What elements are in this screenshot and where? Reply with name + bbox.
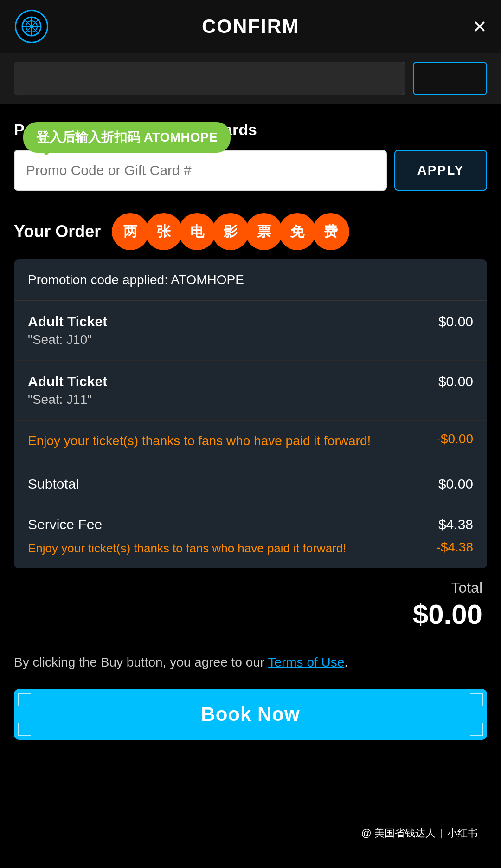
watermark-divider bbox=[441, 829, 442, 838]
watermark-account: @ 美国省钱达人 bbox=[361, 826, 436, 840]
service-fee-discount-row: Enjoy your ticket(s) thanks to fans who … bbox=[28, 540, 473, 557]
ticket-1-name: Adult Ticket bbox=[28, 314, 107, 330]
terms-section: By clicking the Buy button, you agree to… bbox=[0, 641, 501, 680]
promo-section: Promo Codes & Atom Gift Cards 登入后输入折扣码 A… bbox=[0, 104, 501, 202]
ticket-discount-text: Enjoy your ticket(s) thanks to fans who … bbox=[28, 432, 437, 450]
free-circle-5: 票 bbox=[245, 213, 283, 250]
header: CONFIRM × bbox=[0, 0, 501, 53]
service-fee-label: Service Fee bbox=[28, 517, 102, 532]
watermark-platform: 小红书 bbox=[447, 826, 478, 840]
terms-text: By clicking the Buy button, you agree to… bbox=[14, 653, 487, 672]
service-fee-discount-text: Enjoy your ticket(s) thanks to fans who … bbox=[28, 540, 437, 557]
terms-text-after: . bbox=[344, 655, 348, 669]
free-badge: 两 张 电 影 票 免 费 bbox=[112, 213, 349, 250]
promo-code-input[interactable] bbox=[14, 150, 387, 191]
promo-input-row: APPLY bbox=[14, 150, 487, 191]
scan-mark-br bbox=[470, 723, 483, 736]
ticket-1-seat: "Seat: J10" bbox=[28, 332, 107, 347]
book-now-button[interactable]: Book Now bbox=[14, 689, 487, 740]
scan-mark-tl bbox=[18, 693, 31, 706]
top-apply-btn bbox=[413, 62, 487, 95]
subtotal-label: Subtotal bbox=[28, 476, 79, 492]
terms-text-before: By clicking the Buy button, you agree to… bbox=[14, 655, 268, 669]
promo-tooltip: 登入后输入折扣码 ATOMHOPE bbox=[23, 122, 231, 153]
free-circle-2: 张 bbox=[145, 213, 182, 250]
watermark: @ 美国省钱达人 小红书 bbox=[352, 822, 487, 845]
scan-mark-tr bbox=[470, 693, 483, 706]
free-circles: 两 张 电 影 票 免 费 bbox=[112, 213, 349, 250]
order-header: Your Order 两 张 电 影 票 免 bbox=[0, 202, 501, 250]
subtotal-row: Subtotal $0.00 bbox=[14, 463, 487, 505]
ticket-discount-row: Enjoy your ticket(s) thanks to fans who … bbox=[14, 421, 487, 463]
page-title: CONFIRM bbox=[202, 15, 299, 38]
free-circle-6: 免 bbox=[279, 213, 316, 250]
ticket-2-seat: "Seat: J11" bbox=[28, 392, 107, 407]
total-label: Total bbox=[19, 579, 482, 596]
top-input bbox=[14, 62, 405, 95]
service-fee-section: Service Fee $4.38 Enjoy your ticket(s) t… bbox=[14, 505, 487, 568]
ticket-row-2: Adult Ticket "Seat: J11" $0.00 bbox=[14, 361, 487, 421]
free-circle-1: 两 bbox=[112, 213, 149, 250]
close-button[interactable]: × bbox=[473, 15, 486, 38]
ticket-row-1: Adult Ticket "Seat: J10" $0.00 bbox=[14, 301, 487, 361]
total-section: Total $0.00 bbox=[0, 568, 501, 641]
book-btn-container: Book Now bbox=[0, 680, 501, 758]
apply-button[interactable]: APPLY bbox=[394, 150, 487, 191]
ticket-discount-amount: -$0.00 bbox=[437, 432, 473, 447]
free-circle-3: 电 bbox=[179, 213, 216, 250]
service-fee-row: Service Fee $4.38 bbox=[28, 517, 473, 532]
ticket-2-name: Adult Ticket bbox=[28, 374, 107, 389]
total-amount: $0.00 bbox=[19, 598, 482, 630]
top-scroll-bar bbox=[0, 53, 501, 104]
order-title: Your Order bbox=[14, 222, 101, 241]
service-fee-discount-amount: -$4.38 bbox=[437, 540, 473, 555]
ticket-2-price: $0.00 bbox=[438, 374, 473, 389]
logo bbox=[15, 10, 48, 43]
promo-container: 登入后输入折扣码 ATOMHOPE APPLY bbox=[14, 150, 487, 191]
promo-applied-text: Promotion code applied: ATOMHOPE bbox=[28, 272, 244, 287]
ticket-1-price: $0.00 bbox=[438, 314, 473, 330]
subtotal-value: $0.00 bbox=[438, 476, 473, 492]
order-table: Promotion code applied: ATOMHOPE Adult T… bbox=[14, 259, 487, 568]
scan-mark-bl bbox=[18, 723, 31, 736]
service-fee-value: $4.38 bbox=[438, 517, 473, 532]
free-circle-7: 费 bbox=[312, 213, 349, 250]
free-circle-4: 影 bbox=[212, 213, 249, 250]
terms-link[interactable]: Terms of Use bbox=[268, 655, 344, 669]
promo-applied-row: Promotion code applied: ATOMHOPE bbox=[14, 259, 487, 301]
